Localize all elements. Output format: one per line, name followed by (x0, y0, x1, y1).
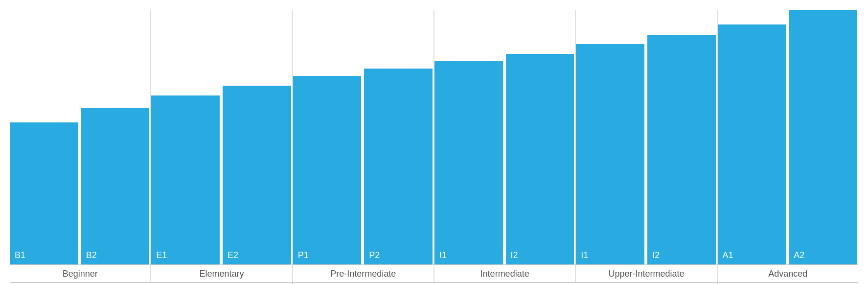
bar-group: I1I2 (434, 54, 575, 264)
bar-column: E2 (222, 86, 292, 264)
bar-column: P1 (293, 76, 364, 264)
bar-level-label: P2 (369, 250, 380, 260)
bar-column: I2 (646, 35, 717, 264)
bar-level-label: I1 (581, 250, 588, 260)
bar-column: I1 (434, 61, 505, 264)
bar-column: I2 (505, 54, 575, 264)
group-labels-row: BeginnerElementaryPre-IntermediateInterm… (10, 264, 858, 282)
bars-area: B1B2E1E2P1P2I1I2I1I2A1A2 (10, 10, 858, 264)
bar-column: B1 (10, 122, 80, 264)
bar: E1 (151, 95, 220, 264)
bar-level-label: I2 (511, 250, 518, 260)
bar: I2 (506, 54, 574, 264)
bar: I1 (434, 61, 503, 264)
bar-level-label: E1 (156, 250, 167, 260)
bar-column: I1 (576, 44, 646, 264)
bar-column: P2 (363, 69, 434, 264)
bar: A1 (718, 24, 786, 264)
bar-level-label: A1 (723, 250, 733, 260)
bar-column: A2 (788, 10, 858, 264)
group-label: Advanced (718, 265, 858, 282)
group-label: Pre-Intermediate (293, 265, 434, 282)
group-label: Upper-Intermediate (576, 265, 716, 282)
group-label: Beginner (10, 265, 150, 282)
bar: B2 (81, 108, 150, 264)
bar-level-label: I2 (652, 250, 660, 260)
bar-column: A1 (718, 24, 788, 264)
bar: I1 (576, 44, 644, 264)
bar: I2 (647, 35, 716, 264)
bar-group: E1E2 (151, 86, 292, 264)
bar-group: I1I2 (576, 35, 716, 264)
bar-column: B2 (80, 108, 151, 264)
bar: E2 (223, 86, 291, 264)
bar-level-label: B2 (86, 250, 97, 260)
bar: A2 (789, 10, 857, 264)
bar-level-label: P1 (298, 250, 309, 260)
bar-level-label: A2 (794, 250, 804, 260)
bar-column: E1 (151, 95, 222, 264)
group-label: Elementary (151, 265, 292, 282)
bar: P1 (293, 76, 362, 264)
bar: B1 (10, 122, 78, 264)
bar-group: P1P2 (293, 69, 434, 264)
bar: P2 (364, 69, 433, 264)
bar-level-label: E2 (228, 250, 238, 260)
bar-group: B1B2 (10, 108, 150, 264)
category-row: BasicIndependentProficient (10, 282, 858, 284)
group-label: Intermediate (434, 265, 575, 282)
bar-level-label: B1 (15, 250, 25, 260)
bar-group: A1A2 (718, 10, 858, 264)
chart-container: B1B2E1E2P1P2I1I2I1I2A1A2 BeginnerElement… (0, 0, 868, 284)
bar-level-label: I1 (439, 250, 447, 260)
